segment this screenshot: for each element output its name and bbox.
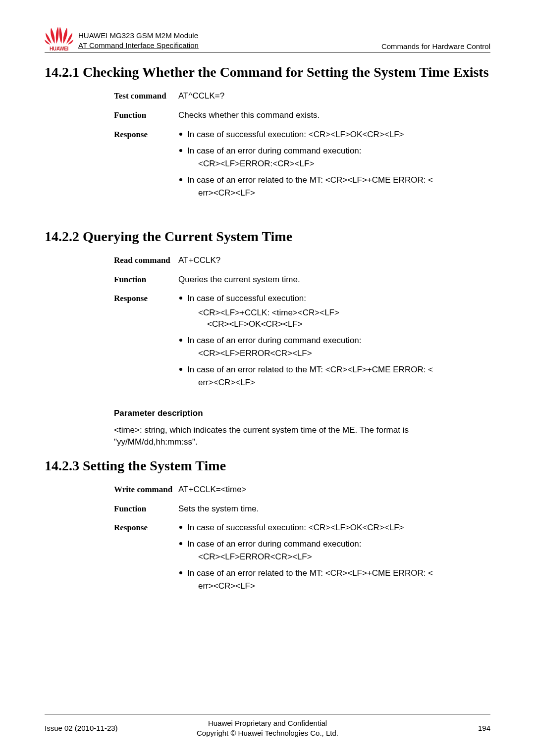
response-list: In case of successful execution: <CR><LF… — [178, 522, 490, 592]
response-item: In case of an error during command execu… — [178, 146, 490, 170]
response-item-continuation: err><CR><LF> — [187, 377, 490, 389]
response-list: In case of successful execution: <CR><LF… — [178, 129, 490, 199]
response-label: Response — [114, 129, 178, 204]
response-item: In case of an error related to the MT: <… — [178, 568, 490, 592]
section-14-2-1-title: 14.2.1 Checking Whether the Command for … — [45, 63, 490, 81]
header-doc: AT Command Interface Specification — [78, 41, 381, 50]
footer-center: Huawei Proprietary and Confidential Copy… — [156, 718, 379, 739]
section-14-2-2-title: 14.2.2 Querying the Current System Time — [45, 228, 490, 245]
response-label: Response — [114, 522, 178, 597]
function-label: Function — [114, 274, 178, 286]
header-chapter: Commands for Hardware Control — [381, 42, 490, 50]
read-command-label: Read command — [114, 255, 178, 266]
response-item: In case of an error related to the MT: <… — [178, 175, 490, 199]
page-footer: Issue 02 (2010-11-23) Huawei Proprietary… — [45, 714, 490, 739]
test-command-label: Test command — [114, 91, 178, 102]
footer-issue: Issue 02 (2010-11-23) — [45, 724, 156, 732]
page-header: HUAWEI HUAWEI MG323 GSM M2M Module AT Co… — [45, 25, 490, 52]
response-item: In case of successful execution: <CR><LF… — [178, 129, 490, 141]
response-item: In case of an error during command execu… — [178, 539, 490, 563]
response-label: Response — [114, 293, 178, 394]
response-item-sub: <CR><LF>+CCLK: <time><CR><LF> — [187, 307, 490, 319]
logo-brand-text: HUAWEI — [45, 46, 73, 51]
response-item-sub: <CR><LF>OK<CR><LF> — [187, 319, 490, 330]
response-item: In case of an error during command execu… — [178, 335, 490, 359]
section-14-2-1-table: Test command AT^CCLK=? Function Checks w… — [114, 91, 490, 204]
response-item-continuation: <CR><LF>ERROR:<CR><LF> — [187, 158, 490, 170]
function-value: Queries the current system time. — [178, 274, 490, 286]
footer-copyright: Copyright © Huawei Technologies Co., Ltd… — [156, 728, 379, 738]
section-14-2-2-table: Read command AT+CCLK? Function Queries t… — [114, 255, 490, 394]
section-14-2-3-table: Write command AT+CCLK=<time> Function Se… — [114, 484, 490, 598]
footer-page-number: 194 — [379, 724, 490, 732]
test-command-value: AT^CCLK=? — [178, 91, 490, 102]
parameter-text: <time>: string, which indicates the curr… — [114, 424, 490, 448]
response-item-continuation: err><CR><LF> — [187, 188, 490, 199]
huawei-logo: HUAWEI — [45, 25, 73, 50]
parameter-heading: Parameter description — [114, 408, 490, 418]
header-left: HUAWEI MG323 GSM M2M Module AT Command I… — [77, 31, 381, 51]
response-item: In case of successful execution: <CR><LF… — [178, 522, 490, 534]
function-label: Function — [114, 504, 178, 515]
function-value: Sets the system time. — [178, 504, 490, 515]
footer-proprietary: Huawei Proprietary and Confidential — [156, 718, 379, 728]
response-list: In case of successful execution:<CR><LF>… — [178, 293, 490, 389]
response-item-continuation: <CR><LF>ERROR<CR><LF> — [187, 348, 490, 359]
response-item-continuation: err><CR><LF> — [187, 581, 490, 592]
response-item: In case of an error related to the MT: <… — [178, 364, 490, 389]
function-value: Checks whether this command exists. — [178, 110, 490, 121]
section-14-2-3-title: 14.2.3 Setting the System Time — [45, 457, 490, 474]
parameter-description-block: Parameter description <time>: string, wh… — [114, 408, 490, 448]
response-item: In case of successful execution:<CR><LF>… — [178, 293, 490, 330]
function-label: Function — [114, 110, 178, 121]
response-item-continuation: <CR><LF>ERROR<CR><LF> — [187, 552, 490, 563]
write-command-value: AT+CCLK=<time> — [178, 484, 490, 496]
write-command-label: Write command — [114, 484, 178, 496]
read-command-value: AT+CCLK? — [178, 255, 490, 266]
header-product: HUAWEI MG323 GSM M2M Module — [78, 31, 381, 41]
